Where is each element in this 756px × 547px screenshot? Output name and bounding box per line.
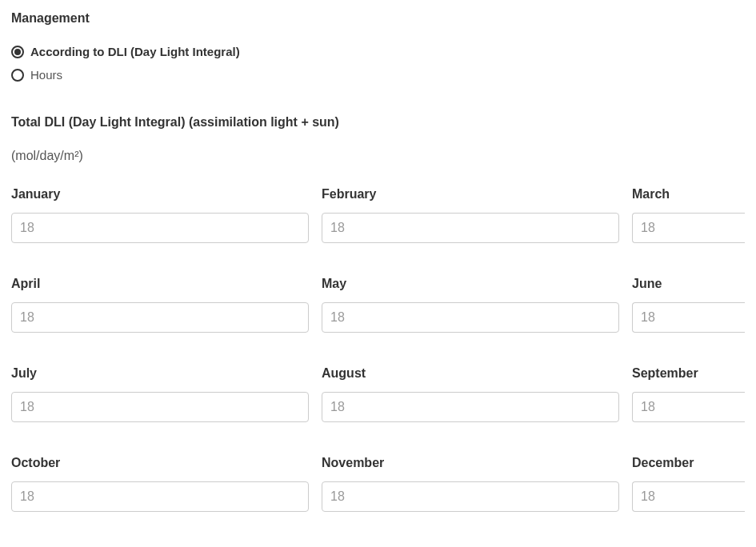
month-label: February <box>322 187 619 202</box>
month-label: April <box>11 277 309 291</box>
month-label: January <box>11 187 309 202</box>
management-radio-group: According to DLI (Day Light Integral) Ho… <box>11 45 745 82</box>
month-march: March <box>632 187 745 243</box>
month-label: September <box>632 366 745 381</box>
month-input-september[interactable] <box>632 392 745 422</box>
month-input-june[interactable] <box>632 302 745 333</box>
month-label: December <box>632 456 745 470</box>
month-label: July <box>11 366 309 381</box>
month-input-october[interactable] <box>11 481 309 512</box>
months-grid: January February March April May June Ju… <box>11 187 745 512</box>
month-input-may[interactable] <box>322 302 619 333</box>
month-label: November <box>322 456 619 470</box>
radio-option-hours[interactable]: Hours <box>11 68 745 82</box>
dli-heading: Total DLI (Day Light Integral) (assimila… <box>11 115 745 130</box>
month-label: June <box>632 277 745 291</box>
month-label: October <box>11 456 309 470</box>
month-january: January <box>11 187 309 243</box>
month-june: June <box>632 277 745 333</box>
month-label: May <box>322 277 619 291</box>
month-october: October <box>11 456 309 512</box>
dli-unit-label: (mol/day/m²) <box>11 149 745 163</box>
month-input-january[interactable] <box>11 213 309 243</box>
radio-option-dli[interactable]: According to DLI (Day Light Integral) <box>11 45 745 58</box>
month-input-february[interactable] <box>322 213 619 243</box>
month-february: February <box>322 187 619 243</box>
month-july: July <box>11 366 309 422</box>
month-input-august[interactable] <box>322 392 619 422</box>
month-may: May <box>322 277 619 333</box>
radio-icon <box>11 69 24 82</box>
month-label: August <box>322 366 619 381</box>
radio-icon <box>11 46 24 58</box>
month-label: March <box>632 187 745 202</box>
month-september: September <box>632 366 745 422</box>
month-november: November <box>322 456 619 512</box>
radio-label-dli: According to DLI (Day Light Integral) <box>30 45 240 58</box>
month-input-july[interactable] <box>11 392 309 422</box>
month-august: August <box>322 366 619 422</box>
month-input-december[interactable] <box>632 481 745 512</box>
month-input-march[interactable] <box>632 213 745 243</box>
month-april: April <box>11 277 309 333</box>
month-input-april[interactable] <box>11 302 309 333</box>
management-heading: Management <box>11 11 745 26</box>
month-input-november[interactable] <box>322 481 619 512</box>
radio-label-hours: Hours <box>30 68 62 82</box>
month-december: December <box>632 456 745 512</box>
